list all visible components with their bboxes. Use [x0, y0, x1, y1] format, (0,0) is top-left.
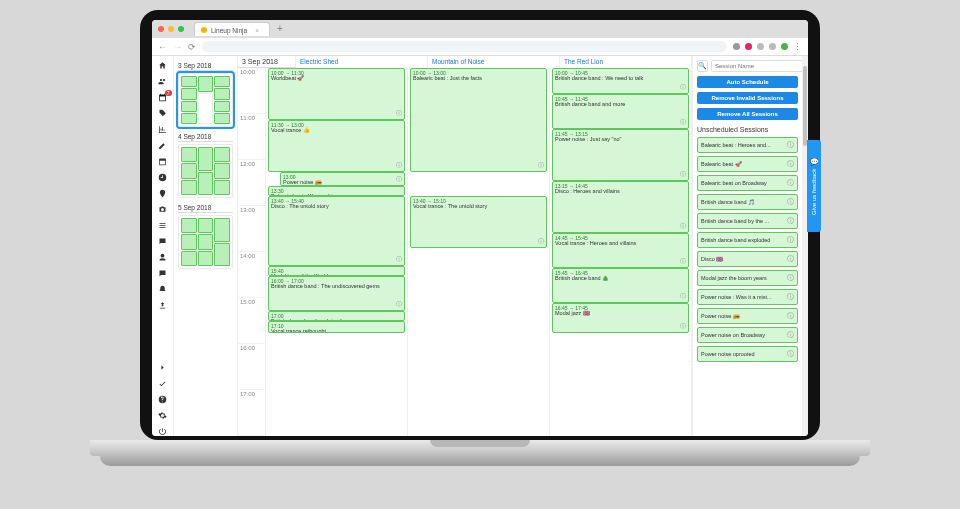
browser-tab[interactable]: Lineup Ninja × — [194, 22, 270, 36]
clock-icon[interactable] — [158, 172, 168, 182]
info-icon[interactable]: ⓘ — [680, 257, 686, 266]
schedule-event[interactable]: 16:45 → 17:45Modal jazz 🇬🇧ⓘ — [552, 303, 689, 333]
schedule-event[interactable]: 14:45 → 15:45Vocal trance : Heroes and v… — [552, 233, 689, 268]
info-icon[interactable]: ⓘ — [680, 292, 686, 301]
schedule-column[interactable]: 10:00 → 11:30Worldbeat 🚀ⓘ11:30 → 13:00Vo… — [266, 68, 408, 436]
unscheduled-session-chip[interactable]: British dance band explodedⓘ — [697, 232, 798, 248]
unscheduled-session-chip[interactable]: Disco 🇬🇧ⓘ — [697, 251, 798, 267]
info-icon[interactable]: ⓘ — [787, 140, 794, 150]
info-icon[interactable]: ⓘ — [680, 322, 686, 331]
schedule-event[interactable]: 10:00 → 10:45British dance band : We nee… — [552, 68, 689, 94]
notify-icon[interactable] — [158, 284, 168, 294]
unscheduled-session-chip[interactable]: Modal jazz the boom yearsⓘ — [697, 270, 798, 286]
column-header-mountain-of-noise[interactable]: Mountain of Noise — [428, 56, 560, 68]
calendar-icon[interactable]: 7 — [158, 92, 168, 102]
chart-icon[interactable] — [158, 124, 168, 134]
ext-icon[interactable] — [757, 43, 764, 50]
date-icon[interactable] — [158, 156, 168, 166]
tab-close-icon[interactable]: × — [255, 27, 259, 34]
message-icon[interactable] — [158, 268, 168, 278]
help-icon[interactable] — [158, 394, 168, 404]
ext-icon[interactable] — [769, 43, 776, 50]
home-icon[interactable] — [158, 60, 168, 70]
unscheduled-session-chip[interactable]: Balearic beat : Heroes and...ⓘ — [697, 137, 798, 153]
chevron-right-icon[interactable] — [158, 362, 168, 372]
remove-invalid-button[interactable]: Remove Invalid Sessions — [697, 92, 798, 104]
unscheduled-session-chip[interactable]: Power noise : Was it a mist...ⓘ — [697, 289, 798, 305]
unscheduled-session-chip[interactable]: Balearic beat on Broadwayⓘ — [697, 175, 798, 191]
gear-icon[interactable] — [158, 410, 168, 420]
browser-menu-icon[interactable]: ⋮ — [793, 42, 802, 52]
ext-icon[interactable] — [745, 43, 752, 50]
close-window-icon[interactable] — [158, 26, 164, 32]
info-icon[interactable]: ⓘ — [787, 330, 794, 340]
info-icon[interactable]: ⓘ — [538, 161, 544, 170]
info-icon[interactable]: ⓘ — [787, 159, 794, 169]
column-header-electric-shed[interactable]: Electric Shed — [296, 56, 428, 68]
address-bar[interactable] — [202, 41, 727, 52]
info-icon[interactable]: ⓘ — [396, 300, 402, 309]
feedback-tab[interactable]: Give us feedback 💬 — [807, 140, 808, 232]
pin-icon[interactable] — [158, 188, 168, 198]
unscheduled-session-chip[interactable]: British dance band 🎵ⓘ — [697, 194, 798, 210]
profile-avatar-icon[interactable] — [781, 43, 788, 50]
schedule-column[interactable]: 10:00 → 10:45British dance band : We nee… — [550, 68, 692, 436]
schedule-event[interactable]: 13:15 → 14:45Disco : Heroes and villains… — [552, 181, 689, 233]
info-icon[interactable]: ⓘ — [538, 237, 544, 246]
power-icon[interactable] — [158, 426, 168, 436]
session-search-input[interactable] — [711, 60, 803, 72]
camera-icon[interactable] — [158, 204, 168, 214]
info-icon[interactable]: ⓘ — [396, 161, 402, 170]
schedule-event[interactable]: 13:30Balearic beat : We need to ... — [268, 186, 405, 196]
schedule-event[interactable]: 10:45 → 11:45British dance band and more… — [552, 94, 689, 129]
auto-schedule-button[interactable]: Auto Schedule — [697, 76, 798, 88]
user-icon[interactable] — [158, 252, 168, 262]
back-button[interactable]: ← — [158, 42, 167, 52]
search-icon[interactable]: 🔍 — [697, 60, 708, 72]
info-icon[interactable]: ⓘ — [787, 178, 794, 188]
scrollbar-thumb[interactable] — [803, 66, 807, 146]
schedule-event[interactable]: 10:00 → 11:30Worldbeat 🚀ⓘ — [268, 68, 405, 120]
maximize-window-icon[interactable] — [178, 26, 184, 32]
info-icon[interactable]: ⓘ — [787, 235, 794, 245]
mini-day-sep3[interactable] — [178, 73, 233, 127]
schedule-event[interactable]: 13:40 → 15:10Vocal trance : The untold s… — [410, 196, 547, 248]
info-icon[interactable]: ⓘ — [396, 255, 402, 264]
chat-icon[interactable] — [158, 236, 168, 246]
info-icon[interactable]: ⓘ — [787, 254, 794, 264]
unscheduled-session-chip[interactable]: Power noise uprootedⓘ — [697, 346, 798, 362]
info-icon[interactable]: ⓘ — [787, 273, 794, 283]
info-icon[interactable]: ⓘ — [787, 216, 794, 226]
schedule-event[interactable]: 10:00 → 13:00Balearic beat : Just the fa… — [410, 68, 547, 172]
people-icon[interactable] — [158, 76, 168, 86]
remove-all-button[interactable]: Remove All Sessions — [697, 108, 798, 120]
upload-icon[interactable] — [158, 300, 168, 310]
info-icon[interactable]: ⓘ — [396, 175, 402, 184]
schedule-event[interactable]: 17:00British dance band explained — [268, 311, 405, 321]
scrollbar[interactable] — [802, 56, 808, 436]
info-icon[interactable]: ⓘ — [396, 109, 402, 118]
info-icon[interactable]: ⓘ — [787, 197, 794, 207]
check-icon[interactable] — [158, 378, 168, 388]
schedule-column[interactable]: 10:00 → 13:00Balearic beat : Just the fa… — [408, 68, 550, 436]
edit-icon[interactable] — [158, 140, 168, 150]
unscheduled-session-chip[interactable]: British dance band by the ...ⓘ — [697, 213, 798, 229]
schedule-event[interactable]: 11:30 → 13:00Vocal trance 👍ⓘ — [268, 120, 405, 172]
forward-button[interactable]: → — [173, 42, 182, 52]
info-icon[interactable]: ⓘ — [787, 292, 794, 302]
reload-button[interactable]: ⟳ — [188, 42, 196, 52]
minimize-window-icon[interactable] — [168, 26, 174, 32]
info-icon[interactable]: ⓘ — [680, 83, 686, 92]
unscheduled-session-chip[interactable]: Balearic beat 🚀ⓘ — [697, 156, 798, 172]
column-header-red-lion[interactable]: The Red Lion — [560, 56, 692, 68]
schedule-event[interactable]: 16:00 → 17:00British dance band : The un… — [268, 276, 405, 311]
schedule-event[interactable]: 13:00Power noise 📻ⓘ — [280, 172, 405, 186]
schedule-event[interactable]: 15:40Modal jazz of the World — [268, 266, 405, 276]
ext-icon[interactable] — [733, 43, 740, 50]
schedule-event[interactable]: 15:45 → 16:45British dance band 🎄ⓘ — [552, 268, 689, 303]
info-icon[interactable]: ⓘ — [680, 222, 686, 231]
mini-day-sep4[interactable] — [178, 144, 233, 198]
unscheduled-session-chip[interactable]: Power noise 📻ⓘ — [697, 308, 798, 324]
list-icon[interactable] — [158, 220, 168, 230]
schedule-event[interactable]: 17:10Vocal trance rethought — [268, 321, 405, 333]
